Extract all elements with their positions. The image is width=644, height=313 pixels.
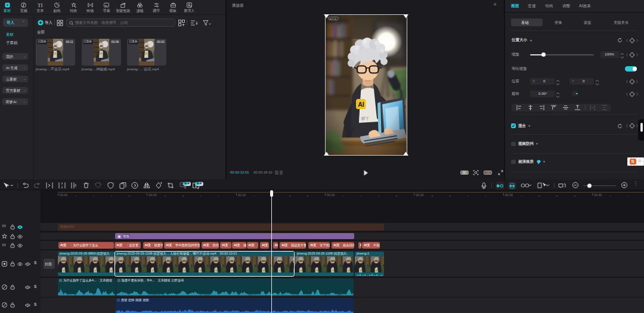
svg-text:TI: TI — [38, 2, 43, 8]
